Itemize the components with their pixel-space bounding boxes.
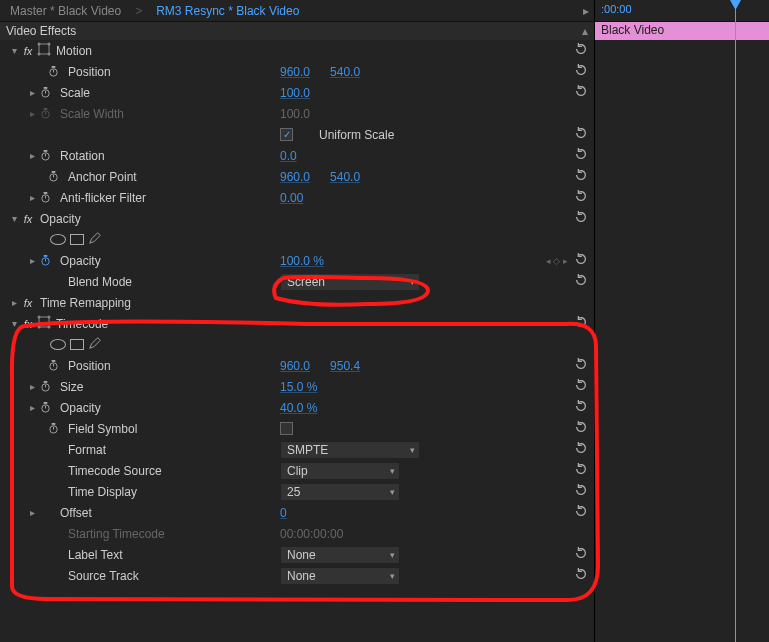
prop-label: Label Text (64, 548, 123, 562)
reset-icon[interactable] (574, 399, 588, 416)
mask-rect-icon[interactable] (70, 339, 84, 350)
svg-point-3 (38, 53, 41, 56)
blend-mode-select[interactable]: Screen▾ (280, 273, 420, 291)
select-value: None (287, 569, 316, 583)
stopwatch-icon[interactable] (46, 65, 60, 79)
chevron-right-icon[interactable]: ▸ (26, 402, 38, 413)
reset-icon[interactable] (574, 462, 588, 479)
value[interactable]: 40.0 % (280, 401, 317, 415)
format-select[interactable]: SMPTE▾ (280, 441, 420, 459)
reset-icon[interactable] (574, 126, 588, 143)
value[interactable]: 100.0 (280, 86, 310, 100)
chevron-right-icon[interactable]: ▸ (26, 507, 38, 518)
tab-master[interactable]: Master * Black Video (0, 0, 131, 21)
prop-label: Scale Width (56, 107, 124, 121)
mask-pen-icon[interactable] (88, 336, 102, 353)
mask-ellipse-icon[interactable] (50, 234, 66, 245)
reset-icon[interactable] (574, 441, 588, 458)
stopwatch-icon[interactable] (46, 422, 60, 436)
value-y[interactable]: 540.0 (330, 65, 360, 79)
video-effects-header[interactable]: Video Effects ▴ (0, 22, 594, 40)
effect-motion-header[interactable]: ▾ fx Motion (0, 40, 594, 61)
chevron-down-icon: ▾ (410, 277, 415, 287)
stopwatch-icon-active[interactable] (38, 254, 52, 268)
stopwatch-icon[interactable] (38, 401, 52, 415)
chevron-down-icon[interactable]: ▾ (8, 318, 20, 329)
reset-icon[interactable] (574, 189, 588, 206)
chevron-right-icon[interactable]: ▸ (8, 297, 20, 308)
reset-icon[interactable] (574, 147, 588, 164)
value-x[interactable]: 960.0 (280, 170, 310, 184)
stopwatch-icon[interactable] (38, 86, 52, 100)
tab-clip[interactable]: RM3 Resync * Black Video (146, 0, 309, 21)
value[interactable]: 100.0 % (280, 254, 324, 268)
svg-point-27 (38, 316, 41, 319)
reset-icon[interactable] (574, 378, 588, 395)
checkbox-uniform-scale[interactable] (280, 128, 293, 141)
reset-icon[interactable] (574, 504, 588, 521)
stopwatch-icon[interactable] (38, 149, 52, 163)
value: 00:00:00:00 (280, 527, 343, 541)
chevron-down-icon: ▾ (390, 550, 395, 560)
label-text-select[interactable]: None▾ (280, 546, 400, 564)
stopwatch-icon[interactable] (38, 191, 52, 205)
chevron-down-icon[interactable]: ▾ (8, 45, 20, 56)
value[interactable]: 15.0 % (280, 380, 317, 394)
reset-icon[interactable] (574, 315, 588, 332)
stopwatch-icon[interactable] (46, 359, 60, 373)
fx-badge[interactable]: fx (20, 213, 36, 225)
time-display-select[interactable]: 25▾ (280, 483, 400, 501)
timeline-ruler[interactable]: :00:00 (595, 0, 769, 22)
collapse-icon[interactable]: ▴ (582, 24, 588, 38)
keyframe-nav[interactable]: ◂ ◇ ▸ (546, 256, 568, 266)
stopwatch-icon[interactable] (38, 380, 52, 394)
reset-icon[interactable] (574, 42, 588, 59)
source-track-select[interactable]: None▾ (280, 567, 400, 585)
value-x[interactable]: 960.0 (280, 65, 310, 79)
prop-tc-source: Timecode Source Clip▾ (0, 460, 594, 481)
chevron-down-icon[interactable]: ▾ (8, 213, 20, 224)
chevron-down-icon: ▾ (390, 571, 395, 581)
mask-ellipse-icon[interactable] (50, 339, 66, 350)
checkbox-field-symbol[interactable] (280, 422, 293, 435)
mask-pen-icon[interactable] (88, 231, 102, 248)
reset-icon[interactable] (574, 84, 588, 101)
chevron-right-icon[interactable]: ▸ (26, 192, 38, 203)
chevron-right-icon[interactable]: ▸ (26, 255, 38, 266)
reset-icon[interactable] (574, 483, 588, 500)
prop-scale-width: ▸ Scale Width 100.0 (0, 103, 594, 124)
reset-icon[interactable] (574, 168, 588, 185)
value-y[interactable]: 540.0 (330, 170, 360, 184)
playhead-sync-icon[interactable]: ▸ (578, 4, 594, 18)
prop-label: Offset (56, 506, 92, 520)
stopwatch-icon[interactable] (46, 170, 60, 184)
effect-timecode-header[interactable]: ▾ fx Timecode (0, 313, 594, 334)
chevron-right-icon[interactable]: ▸ (26, 381, 38, 392)
chevron-right-icon[interactable]: ▸ (26, 87, 38, 98)
value[interactable]: 0 (280, 506, 287, 520)
fx-badge[interactable]: fx (20, 318, 36, 330)
reset-icon[interactable] (574, 252, 588, 269)
timeline-clip[interactable]: Black Video (595, 22, 769, 40)
reset-icon[interactable] (574, 420, 588, 437)
fx-badge[interactable]: fx (20, 297, 36, 309)
effect-opacity-header[interactable]: ▾ fx Opacity (0, 208, 594, 229)
reset-icon[interactable] (574, 567, 588, 584)
effect-controls-panel: Master * Black Video > RM3 Resync * Blac… (0, 0, 595, 642)
reset-icon[interactable] (574, 273, 588, 290)
fx-badge[interactable]: fx (20, 45, 36, 57)
reset-icon[interactable] (574, 357, 588, 374)
timecode-source-select[interactable]: Clip▾ (280, 462, 400, 480)
value-y[interactable]: 950.4 (330, 359, 360, 373)
reset-icon[interactable] (574, 210, 588, 227)
reset-icon[interactable] (574, 63, 588, 80)
reset-icon[interactable] (574, 546, 588, 563)
prop-label: Field Symbol (64, 422, 137, 436)
value[interactable]: 0.0 (280, 149, 297, 163)
playhead[interactable] (735, 0, 736, 642)
effect-timeremap-header[interactable]: ▸ fx Time Remapping (0, 292, 594, 313)
value-x[interactable]: 960.0 (280, 359, 310, 373)
chevron-right-icon[interactable]: ▸ (26, 150, 38, 161)
value[interactable]: 0.00 (280, 191, 303, 205)
mask-rect-icon[interactable] (70, 234, 84, 245)
